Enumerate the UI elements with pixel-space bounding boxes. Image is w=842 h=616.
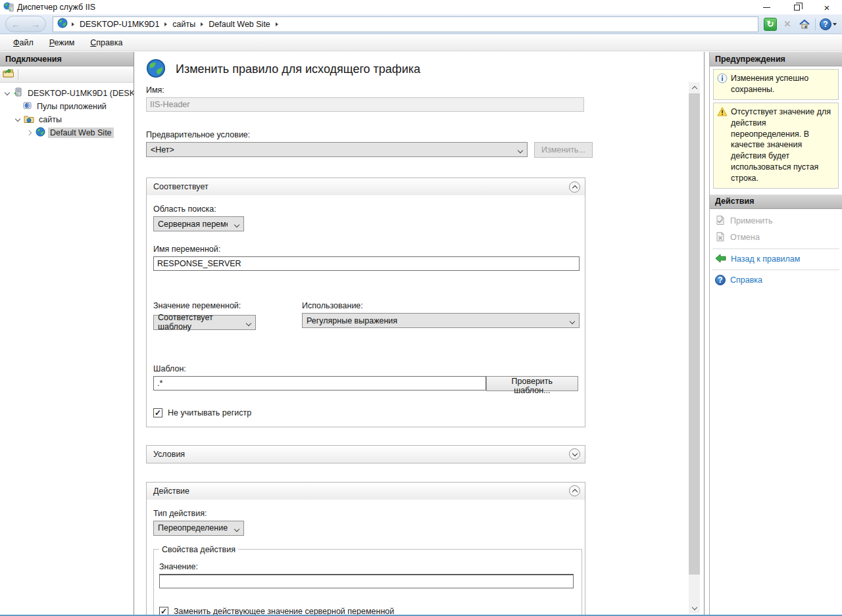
scroll-up-button[interactable] bbox=[689, 82, 700, 93]
tree-item-label: Пулы приложений bbox=[35, 101, 109, 112]
replace-value-label: Заменить действующее значение серверной … bbox=[174, 607, 394, 615]
connections-panel: Подключения bbox=[0, 52, 134, 615]
chevron-down-icon bbox=[246, 320, 251, 325]
conditions-section-header[interactable]: Условия bbox=[147, 446, 585, 463]
alert-warning: Отсутствует значение для действия переоп… bbox=[713, 103, 839, 189]
home-button[interactable] bbox=[798, 18, 811, 31]
page-globe-icon bbox=[146, 59, 166, 80]
alert-info-text: Изменения успешно сохранены. bbox=[731, 73, 835, 95]
action-section-title: Действие bbox=[153, 486, 189, 496]
breadcrumb-item-default-web-site[interactable]: Default Web Site bbox=[207, 20, 272, 29]
collapse-icon[interactable] bbox=[4, 93, 11, 95]
home-icon bbox=[799, 18, 810, 30]
using-select[interactable]: Регулярные выражения bbox=[302, 313, 580, 328]
conditions-section-title: Условия bbox=[153, 450, 185, 459]
check-icon: ✓ bbox=[161, 607, 167, 615]
warning-icon bbox=[717, 107, 728, 119]
using-label: Использование: bbox=[302, 301, 580, 310]
breadcrumb-arrow-icon bbox=[201, 22, 203, 26]
back-button[interactable]: ← bbox=[11, 20, 20, 29]
collapse-icon[interactable] bbox=[14, 119, 21, 121]
variable-value-select[interactable]: Соответствует шаблону bbox=[153, 315, 256, 330]
pattern-label: Шаблон: bbox=[153, 364, 578, 373]
chevron-down-icon bbox=[234, 526, 239, 531]
stop-icon: ✕ bbox=[784, 19, 791, 29]
minimize-icon bbox=[763, 7, 770, 8]
chevron-up-icon bbox=[572, 489, 577, 494]
scrollbar-thumb[interactable] bbox=[689, 93, 700, 575]
tree-item-server[interactable]: DESKTOP-U1MK9D1 (DESKTOI bbox=[0, 87, 134, 100]
separator bbox=[712, 270, 839, 270]
separator bbox=[712, 249, 839, 249]
ignore-case-checkbox[interactable]: ✓ bbox=[153, 408, 162, 417]
value-input[interactable] bbox=[159, 574, 574, 588]
sites-folder-icon bbox=[24, 114, 34, 126]
action-section-header[interactable]: Действие bbox=[147, 483, 585, 500]
alert-info: Изменения успешно сохранены. bbox=[713, 69, 839, 100]
main-content: Изменить правило для исходящего трафика … bbox=[134, 52, 705, 615]
chevron-up-icon bbox=[691, 86, 697, 91]
scroll-down-button[interactable] bbox=[689, 602, 700, 613]
menu-view[interactable]: Режим bbox=[43, 36, 82, 49]
back-to-rules-label: Назад к правилам bbox=[731, 254, 800, 264]
apply-icon bbox=[715, 215, 726, 227]
window-title: Диспетчер служб IIS bbox=[17, 3, 95, 12]
replace-value-checkbox[interactable]: ✓ bbox=[159, 607, 168, 615]
tree-item-label: сайты bbox=[37, 114, 64, 125]
tree-item-sites[interactable]: сайты bbox=[0, 113, 134, 126]
cancel-button[interactable]: Отмена bbox=[710, 229, 842, 246]
variable-value-value: Соответствует шаблону bbox=[158, 313, 239, 331]
back-to-rules-link[interactable]: Назад к правилам bbox=[710, 252, 842, 267]
menu-file[interactable]: Файл bbox=[7, 36, 40, 49]
stop-button[interactable]: ✕ bbox=[781, 18, 794, 31]
alert-warning-text: Отсутствует значение для действия переоп… bbox=[731, 107, 835, 184]
connections-header: Подключения bbox=[0, 52, 134, 66]
forward-button[interactable]: → bbox=[31, 20, 40, 29]
pattern-input[interactable] bbox=[153, 376, 486, 391]
apply-button[interactable]: Применить bbox=[710, 213, 842, 229]
scope-select[interactable]: Серверная переменн bbox=[153, 216, 244, 231]
tree-item-label: DESKTOP-U1MK9D1 (DESKTOI bbox=[26, 88, 134, 99]
vertical-scrollbar[interactable] bbox=[689, 82, 700, 613]
check-icon: ✓ bbox=[155, 409, 161, 417]
breadcrumb-item-sites[interactable]: сайты bbox=[171, 20, 197, 29]
variable-name-input[interactable] bbox=[153, 256, 580, 271]
menu-help[interactable]: Справка bbox=[84, 36, 129, 49]
value-label: Значение: bbox=[159, 562, 574, 571]
collapse-section-button[interactable] bbox=[569, 485, 580, 496]
help-icon: ? bbox=[715, 275, 726, 285]
address-bar: ← → DESKTOP-U1MK9D1 сайты Default Web Si… bbox=[0, 14, 842, 34]
help-menu-button[interactable]: ? bbox=[820, 18, 837, 30]
action-type-select[interactable]: Переопределение bbox=[153, 521, 244, 536]
connections-toolbar bbox=[0, 66, 134, 83]
collapse-section-button[interactable] bbox=[569, 181, 580, 193]
ignore-case-label: Не учитывать регистр bbox=[168, 408, 251, 417]
tree-item-default-web-site[interactable]: Default Web Site bbox=[0, 126, 134, 139]
info-icon bbox=[717, 73, 728, 85]
expand-icon[interactable] bbox=[26, 131, 33, 135]
breadcrumb[interactable]: DESKTOP-U1MK9D1 сайты Default Web Site bbox=[53, 16, 758, 32]
variable-value-label: Значение переменной: bbox=[153, 301, 256, 310]
close-icon: × bbox=[824, 3, 830, 12]
help-link[interactable]: ? Справка bbox=[710, 273, 842, 287]
expand-section-button[interactable] bbox=[569, 448, 580, 460]
server-icon bbox=[13, 87, 23, 99]
edit-precondition-button[interactable]: Изменить... bbox=[534, 142, 593, 158]
match-section-header[interactable]: Соответствует bbox=[147, 178, 585, 195]
tree-item-app-pools[interactable]: Пулы приложений bbox=[0, 100, 134, 113]
minimize-button[interactable] bbox=[751, 0, 781, 14]
test-pattern-button[interactable]: Проверить шаблон... bbox=[486, 376, 578, 391]
precondition-select[interactable]: <Нет> bbox=[146, 142, 528, 157]
app-pools-icon bbox=[22, 101, 32, 112]
name-input[interactable] bbox=[146, 97, 584, 112]
action-type-value: Переопределение bbox=[158, 523, 228, 533]
action-type-label: Тип действия: bbox=[153, 509, 578, 518]
close-button[interactable]: × bbox=[812, 0, 842, 14]
restore-button[interactable] bbox=[781, 0, 812, 14]
using-value: Регулярные выражения bbox=[307, 316, 397, 325]
refresh-button[interactable]: ↻ bbox=[764, 18, 777, 31]
tree-item-label: Default Web Site bbox=[48, 128, 114, 138]
breadcrumb-item-server[interactable]: DESKTOP-U1MK9D1 bbox=[78, 20, 161, 29]
save-connection-icon[interactable] bbox=[3, 68, 14, 80]
action-section: Действие Тип действия: Переопределение С… bbox=[146, 482, 585, 615]
